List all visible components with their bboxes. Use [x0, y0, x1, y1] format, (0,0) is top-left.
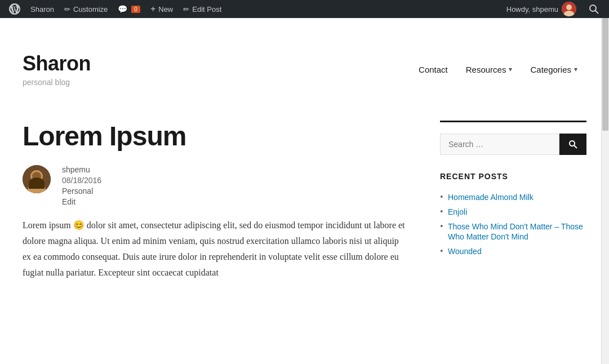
- admin-bar-left: Sharon ✏ Customize 💬 0 + New ✏ Edit Post: [5, 0, 502, 18]
- edit-post-label: Edit Post: [192, 5, 221, 14]
- svg-point-7: [28, 183, 46, 193]
- admin-search-button[interactable]: [583, 0, 604, 18]
- nav-item-contact[interactable]: Contact: [410, 60, 457, 79]
- admin-bar-right: Howdy, shpemu: [502, 0, 604, 18]
- edit-post-button[interactable]: ✏ Edit Post: [179, 0, 226, 18]
- new-icon: +: [150, 4, 155, 14]
- search-widget: [440, 134, 586, 155]
- post-title: Lorem Ipsum: [23, 121, 406, 152]
- post-edit-link[interactable]: Edit: [62, 197, 101, 206]
- recent-post-link-0[interactable]: Homemade Almond Milk: [448, 193, 534, 202]
- post-body-text: Lorem ipsum 😊 dolor sit amet, consectetu…: [23, 217, 406, 281]
- wordpress-logo-button[interactable]: [5, 0, 25, 18]
- new-content-button[interactable]: + New: [146, 0, 177, 18]
- sidebar: RECENT POSTS Homemade Almond Milk Enjoli…: [440, 109, 586, 281]
- categories-chevron-icon: ▾: [574, 65, 577, 73]
- user-avatar: [562, 2, 576, 16]
- wordpress-icon: [9, 3, 20, 15]
- comments-icon: 💬: [118, 5, 127, 14]
- page-scrollbar[interactable]: [601, 18, 609, 364]
- svg-point-1: [566, 5, 572, 10]
- recent-posts-list: Homemade Almond Milk Enjoli Those Who Mi…: [440, 190, 586, 259]
- main-navigation: Contact Resources ▾ Categories ▾: [410, 60, 586, 79]
- customize-button[interactable]: ✏ Customize: [60, 0, 112, 18]
- post-meta-info: shpemu 08/18/2016 Personal Edit: [62, 165, 101, 206]
- svg-point-3: [590, 5, 596, 11]
- site-name-button[interactable]: Sharon: [26, 0, 59, 18]
- list-item: Those Who Mind Don't Matter – Those Who …: [440, 219, 586, 244]
- nav-item-resources[interactable]: Resources ▾: [457, 60, 522, 79]
- customize-label: Customize: [73, 5, 108, 14]
- edit-post-icon: ✏: [183, 5, 189, 14]
- site-title[interactable]: Sharon: [23, 52, 91, 76]
- howdy-label: Howdy, shpemu: [506, 5, 558, 14]
- svg-point-8: [32, 172, 41, 181]
- search-form: [440, 134, 586, 155]
- site-description: personal blog: [23, 78, 91, 87]
- search-button[interactable]: [559, 134, 586, 155]
- nav-item-categories[interactable]: Categories ▾: [521, 60, 586, 79]
- nav-contact-label: Contact: [419, 65, 448, 74]
- admin-bar: Sharon ✏ Customize 💬 0 + New ✏ Edit Post…: [0, 0, 609, 18]
- nav-resources-label: Resources: [466, 65, 506, 74]
- post-article: Lorem Ipsum shpemu: [23, 121, 406, 281]
- svg-point-9: [570, 141, 575, 146]
- page-wrapper: Sharon personal blog Contact Resources ▾…: [0, 18, 609, 364]
- post-content: Lorem ipsum 😊 dolor sit amet, consectetu…: [23, 217, 406, 281]
- recent-posts-title: RECENT POSTS: [440, 172, 586, 181]
- post-category[interactable]: Personal: [62, 187, 101, 196]
- post-meta-section: shpemu 08/18/2016 Personal Edit: [23, 165, 406, 206]
- search-input[interactable]: [440, 134, 559, 155]
- list-item: Wounded: [440, 244, 586, 259]
- svg-line-10: [574, 145, 577, 148]
- main-content: Lorem Ipsum shpemu: [0, 109, 609, 281]
- scrollbar-thumb[interactable]: [602, 18, 608, 131]
- user-menu-button[interactable]: Howdy, shpemu: [502, 2, 581, 16]
- site-branding: Sharon personal blog: [23, 52, 91, 87]
- site-name-label: Sharon: [30, 5, 54, 14]
- comments-count: 0: [131, 6, 140, 13]
- comments-button[interactable]: 💬 0: [113, 0, 145, 18]
- list-item: Homemade Almond Milk: [440, 190, 586, 205]
- site-header: Sharon personal blog Contact Resources ▾…: [0, 18, 609, 109]
- recent-post-link-2[interactable]: Those Who Mind Don't Matter – Those Who …: [448, 222, 583, 241]
- recent-post-link-1[interactable]: Enjoli: [448, 207, 467, 216]
- svg-line-4: [595, 11, 599, 14]
- recent-posts-widget: RECENT POSTS Homemade Almond Milk Enjoli…: [440, 172, 586, 259]
- customize-icon: ✏: [64, 5, 70, 14]
- post-author-name[interactable]: shpemu: [62, 165, 101, 174]
- post-author-avatar: [23, 165, 51, 193]
- sidebar-divider: [440, 121, 586, 122]
- recent-post-link-3[interactable]: Wounded: [448, 247, 482, 256]
- post-date: 08/18/2016: [62, 176, 101, 185]
- new-label: New: [158, 5, 173, 14]
- resources-chevron-icon: ▾: [509, 65, 512, 73]
- nav-categories-label: Categories: [530, 65, 571, 74]
- primary-content: Lorem Ipsum shpemu: [23, 109, 440, 281]
- avatar-image: [23, 165, 51, 193]
- list-item: Enjoli: [440, 205, 586, 219]
